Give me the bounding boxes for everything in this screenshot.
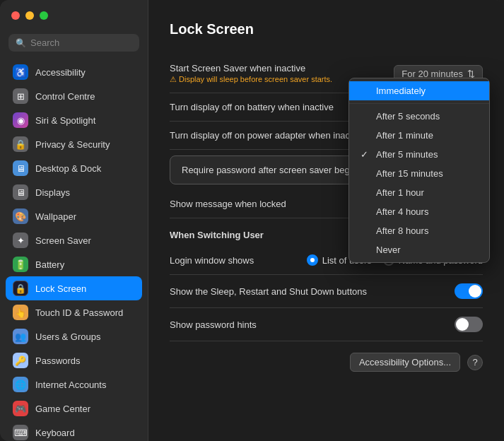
password-hints-label: Show password hints [170, 319, 455, 330]
sidebar-item-wallpaper[interactable]: 🎨Wallpaper [6, 204, 142, 228]
dropdown-item-4[interactable]: After 15 minutes [349, 164, 489, 183]
sidebar-item-touch-id[interactable]: 👆Touch ID & Password [6, 300, 142, 324]
users-groups-icon: 👥 [13, 329, 28, 344]
battery-icon: 🔋 [13, 257, 28, 272]
sidebar-item-users-groups[interactable]: 👥Users & Groups [6, 324, 142, 348]
dropdown-item-8[interactable]: Never [349, 240, 489, 259]
sidebar-items: ♿Accessibility⊞Control Centre◉Siri & Spo… [0, 60, 148, 441]
wallpaper-icon: 🎨 [13, 208, 28, 224]
sidebar-item-game-center[interactable]: 🎮Game Center [6, 396, 142, 421]
sidebar-item-label-battery: Battery [35, 259, 64, 270]
dropdown-label-6: After 4 hours [376, 206, 428, 217]
dropdown-item-7[interactable]: After 8 hours [349, 221, 489, 240]
sidebar-item-privacy-security[interactable]: 🔒Privacy & Security [6, 132, 142, 156]
sidebar-item-label-keyboard: Keyboard [35, 428, 75, 438]
dropdown-label-3: After 5 minutes [376, 149, 438, 160]
bottom-bar: Accessibility Options... ? [170, 341, 483, 372]
sidebar-item-label-privacy-security: Privacy & Security [35, 139, 110, 150]
password-hints-row: Show password hints [170, 308, 483, 341]
dropdown-menu: ImmediatelyAfter 5 secondsAfter 1 minute… [348, 78, 490, 263]
main-content: Lock Screen Start Screen Saver when inac… [148, 0, 504, 441]
sidebar-item-label-desktop-dock: Desktop & Dock [35, 163, 101, 174]
search-icon: 🔍 [16, 38, 26, 48]
sidebar: 🔍 ♿Accessibility⊞Control Centre◉Siri & S… [0, 0, 148, 441]
close-button[interactable] [11, 11, 20, 20]
internet-accounts-icon: 🌐 [13, 377, 28, 392]
dropdown-label-0: Immediately [376, 86, 426, 96]
dropdown-label-2: After 1 minute [376, 130, 433, 141]
desktop-dock-icon: 🖥 [13, 160, 28, 176]
dropdown-item-2[interactable]: After 1 minute [349, 126, 489, 145]
accessibility-options-button[interactable]: Accessibility Options... [350, 353, 460, 372]
sidebar-item-battery[interactable]: 🔋Battery [6, 252, 142, 276]
dropdown-item-6[interactable]: After 4 hours [349, 202, 489, 221]
dropdown-label-5: After 1 hour [376, 187, 424, 198]
sidebar-item-desktop-dock[interactable]: 🖥Desktop & Dock [6, 156, 142, 180]
control-centre-icon: ⊞ [13, 88, 28, 104]
sidebar-item-label-accessibility: Accessibility [35, 67, 86, 78]
search-input[interactable] [30, 37, 132, 48]
dropdown-label-4: After 15 minutes [376, 168, 443, 179]
dropdown-label-8: Never [376, 245, 401, 255]
accessibility-icon: ♿ [13, 64, 28, 80]
sidebar-item-displays[interactable]: 🖥Displays [6, 180, 142, 204]
sidebar-item-lock-screen[interactable]: 🔒Lock Screen [6, 276, 142, 300]
dropdown-item-1[interactable]: After 5 seconds [349, 107, 489, 126]
lock-screen-icon: 🔒 [13, 281, 28, 296]
sleep-restart-label: Show the Sleep, Restart and Shut Down bu… [170, 286, 455, 297]
sidebar-item-label-lock-screen: Lock Screen [35, 283, 86, 294]
privacy-security-icon: 🔒 [13, 136, 28, 152]
sidebar-item-label-internet-accounts: Internet Accounts [35, 380, 106, 390]
radio-list-users-circle [307, 254, 318, 266]
dropdown-check-3: ✓ [361, 149, 370, 160]
touch-id-icon: 👆 [13, 305, 28, 320]
dropdown-item-0[interactable]: Immediately [349, 81, 489, 100]
sidebar-item-siri-spotlight[interactable]: ◉Siri & Spotlight [6, 108, 142, 132]
sidebar-item-accessibility[interactable]: ♿Accessibility [6, 60, 142, 84]
help-button[interactable]: ? [467, 355, 483, 370]
sidebar-item-label-users-groups: Users & Groups [35, 331, 100, 342]
sidebar-item-keyboard[interactable]: ⌨Keyboard [6, 421, 142, 441]
sidebar-item-screen-saver[interactable]: ✦Screen Saver [6, 228, 142, 252]
password-hints-toggle[interactable] [455, 317, 483, 332]
displays-icon: 🖥 [13, 184, 28, 200]
page-title: Lock Screen [170, 21, 483, 37]
keyboard-icon: ⌨ [13, 425, 28, 440]
screen-saver-icon: ✦ [13, 233, 28, 248]
sleep-restart-row: Show the Sleep, Restart and Shut Down bu… [170, 275, 483, 308]
search-bar[interactable]: 🔍 [8, 34, 139, 52]
maximize-button[interactable] [40, 11, 48, 20]
dropdown-divider [349, 103, 489, 104]
sidebar-item-label-displays: Displays [35, 187, 70, 198]
dropdown-item-5[interactable]: After 1 hour [349, 183, 489, 202]
sidebar-item-label-passwords: Passwords [35, 355, 81, 366]
dropdown-label-1: After 5 seconds [376, 111, 440, 122]
login-window-label: Login window shows [170, 255, 307, 266]
sidebar-item-passwords[interactable]: 🔑Passwords [6, 348, 142, 372]
passwords-icon: 🔑 [13, 353, 28, 368]
dropdown-item-3[interactable]: ✓After 5 minutes [349, 145, 489, 164]
sidebar-item-label-siri-spotlight: Siri & Spotlight [35, 115, 95, 126]
dropdown-label-7: After 8 hours [376, 225, 428, 236]
sidebar-item-label-control-centre: Control Centre [35, 91, 95, 102]
sidebar-item-label-game-center: Game Center [35, 404, 90, 414]
siri-spotlight-icon: ◉ [13, 112, 28, 128]
game-center-icon: 🎮 [13, 401, 28, 416]
sidebar-item-control-centre[interactable]: ⊞Control Centre [6, 84, 142, 108]
sidebar-item-label-wallpaper: Wallpaper [35, 211, 76, 222]
traffic-lights [11, 11, 48, 20]
sidebar-item-internet-accounts[interactable]: 🌐Internet Accounts [6, 372, 142, 396]
sleep-restart-toggle[interactable] [455, 283, 483, 299]
sidebar-item-label-touch-id: Touch ID & Password [35, 307, 123, 318]
minimize-button[interactable] [25, 11, 34, 20]
sidebar-item-label-screen-saver: Screen Saver [35, 235, 91, 246]
